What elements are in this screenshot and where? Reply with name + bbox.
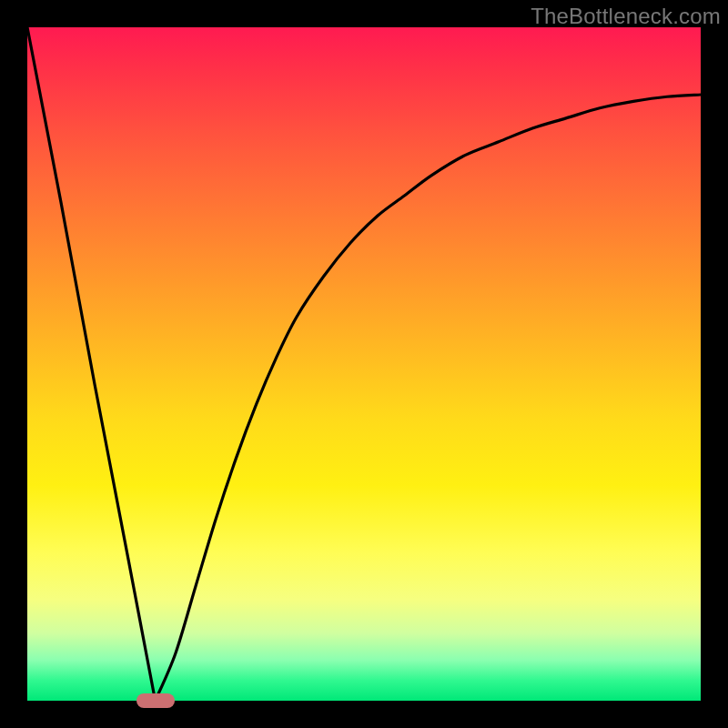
chart-frame: TheBottleneck.com — [0, 0, 728, 728]
watermark-text: TheBottleneck.com — [531, 4, 721, 29]
bottleneck-curve — [27, 27, 701, 701]
minimum-marker — [136, 693, 175, 708]
curve-path — [27, 27, 701, 701]
plot-area — [27, 27, 701, 701]
